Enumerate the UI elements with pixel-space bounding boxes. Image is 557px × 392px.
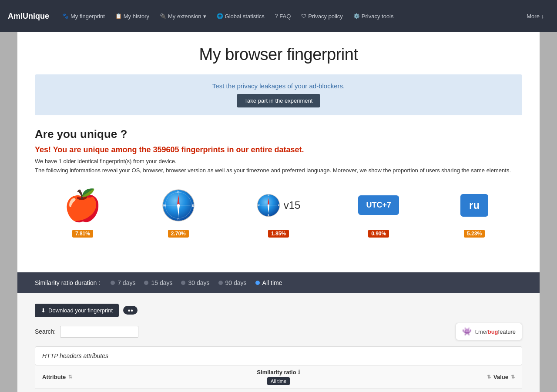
svg-text:N: N — [177, 190, 179, 193]
search-input[interactable] — [60, 326, 138, 338]
paw-icon: 🐾 — [62, 13, 69, 19]
search-label: Search: — [35, 328, 56, 335]
nav-item-fingerprint[interactable]: 🐾 My fingerprint — [57, 10, 110, 23]
svg-point-6 — [177, 204, 180, 207]
sim-label-alltime: All time — [262, 279, 282, 286]
navigation: AmIUnique 🐾 My fingerprint 📋 My history … — [0, 0, 557, 32]
nav-item-global-stats[interactable]: 🌐 Global statistics — [211, 10, 270, 23]
language-percentage-badge: 5.23% — [464, 230, 485, 238]
safari-browser-icon: N S W E — [161, 188, 196, 223]
sim-dot-15days — [144, 281, 148, 285]
safari-small-svg: N S W E — [257, 194, 280, 217]
svg-text:S: S — [177, 218, 179, 221]
similarity-options: 7 days 15 days 30 days 90 days All time — [111, 279, 282, 286]
nav-item-history[interactable]: 📋 My history — [110, 10, 154, 23]
uniqueness-section: Are you unique ? Yes! You are unique amo… — [35, 127, 522, 255]
language-icon-item: ru 5.23% — [457, 188, 492, 238]
col-similarity-header: Similarity ratio ℹ All time — [221, 369, 337, 385]
similarity-bar: Similarity ratio duration : 7 days 15 da… — [17, 272, 540, 293]
svg-text:W: W — [163, 204, 166, 207]
history-icon: 📋 — [115, 13, 122, 19]
dark-pill-indicator: ●● — [123, 306, 138, 315]
sim-label-7days: 7 days — [117, 279, 135, 286]
bugfeature-badge[interactable]: 👾 t.me/bugfeature — [456, 323, 522, 340]
sim-dot-alltime — [255, 281, 260, 285]
os-percentage-badge: 7.81% — [72, 230, 93, 238]
svg-point-16 — [268, 204, 269, 206]
nav-item-faq[interactable]: ? FAQ — [270, 10, 296, 23]
svg-text:N: N — [268, 194, 269, 197]
dropdown-arrow-icon: ▾ — [203, 13, 206, 20]
value-sort-icon-right[interactable]: ⇅ — [511, 374, 515, 380]
browser-version-percentage-badge: 1.85% — [268, 230, 289, 238]
take-part-button[interactable]: Take part in the experiment — [237, 94, 321, 107]
utc-label: UTC+7 — [358, 195, 399, 215]
attribute-sort-icon[interactable]: ⇅ — [68, 374, 72, 380]
similarity-duration-label: Similarity ratio duration : — [35, 279, 100, 286]
sim-label-90days: 90 days — [225, 279, 247, 286]
tm-feature: feature — [498, 328, 516, 335]
fingerprint-icons-row: 🍎 7.81% — [35, 184, 522, 246]
content-area: My browser fingerprint Test the privacy … — [17, 32, 540, 272]
download-icon: ⬇ — [41, 307, 46, 314]
identical-fingerprints-note: We have 1 older identical fingerprint(s)… — [35, 158, 522, 164]
all-time-badge: All time — [267, 377, 290, 385]
similarity-info-icon[interactable]: ℹ — [298, 369, 300, 375]
timezone-percentage-badge: 0.90% — [368, 230, 389, 238]
nav-more-button[interactable]: More ↓ — [521, 10, 549, 23]
main-container: My browser fingerprint Test the privacy … — [17, 32, 540, 392]
download-fingerprint-button[interactable]: ⬇ Download your fingerprint — [35, 304, 119, 317]
browser-icon-item: N S W E 2.70% — [161, 188, 196, 238]
timezone-icon-item: UTC+7 0.90% — [361, 188, 396, 238]
sim-dot-7days — [111, 281, 115, 285]
search-row: Search: 👾 t.me/bugfeature — [35, 326, 522, 338]
svg-text:E: E — [191, 204, 194, 207]
question-icon: ? — [275, 13, 278, 19]
sim-label-15days: 15 days — [151, 279, 172, 286]
fingerprint-description: The following informations reveal your O… — [35, 166, 522, 175]
language-badge-icon: ru — [457, 188, 492, 223]
extension-icon: 🔌 — [160, 13, 166, 19]
tm-domain: t.me/ — [475, 328, 488, 335]
browser-percentage-badge: 2.70% — [168, 230, 189, 238]
tm-bug: bug — [488, 328, 498, 335]
bugfeature-text: t.me/bugfeature — [475, 328, 516, 335]
apple-os-icon: 🍎 — [65, 188, 100, 223]
sim-option-90days[interactable]: 90 days — [218, 279, 247, 286]
nav-item-extension[interactable]: 🔌 My extension ▾ — [154, 10, 211, 23]
browser-version-icon-item: N S W E v15 1.85% — [257, 188, 301, 238]
safari-compass-svg: N S W E — [162, 189, 195, 222]
http-headers-title: HTTP headers attributes — [42, 352, 108, 359]
svg-text:W: W — [258, 204, 260, 207]
nav-item-privacy-policy[interactable]: 🛡 Privacy policy — [296, 10, 348, 23]
os-icon-item: 🍎 7.81% — [65, 188, 100, 238]
nav-items: 🐾 My fingerprint 📋 My history 🔌 My exten… — [57, 10, 521, 23]
nav-item-privacy-tools[interactable]: ⚙️ Privacy tools — [348, 10, 399, 23]
safari-version-icon: N S W E v15 — [257, 188, 301, 223]
value-sort-icon-left[interactable]: ⇅ — [487, 374, 491, 380]
shield-icon: 🛡 — [301, 13, 306, 19]
download-row: ⬇ Download your fingerprint ●● — [35, 304, 522, 317]
version-label: v15 — [284, 199, 301, 211]
apple-logo-icon: 🍎 — [64, 190, 101, 221]
http-headers-section: HTTP headers attributes — [35, 346, 522, 365]
sim-option-alltime[interactable]: All time — [255, 279, 282, 286]
banner-text: Test the privacy leakages of your ad-blo… — [44, 82, 513, 90]
col-value-header: ⇅ Value ⇅ — [341, 374, 515, 380]
gear-icon: ⚙️ — [353, 13, 360, 19]
globe-icon: 🌐 — [217, 13, 223, 19]
sim-option-30days[interactable]: 30 days — [181, 279, 209, 286]
sim-label-30days: 30 days — [188, 279, 209, 286]
bug-icon: 👾 — [462, 327, 472, 336]
sim-option-7days[interactable]: 7 days — [111, 279, 135, 286]
sim-dot-90days — [218, 281, 223, 285]
page-title: My browser fingerprint — [35, 45, 522, 64]
brand-logo[interactable]: AmIUnique — [8, 12, 49, 21]
sim-dot-30days — [181, 281, 185, 285]
col-attribute-header: Attribute ⇅ — [42, 374, 216, 380]
uniqueness-result: Yes! You are unique among the 359605 fin… — [35, 145, 522, 154]
lower-section: ⬇ Download your fingerprint ●● Search: 👾… — [17, 293, 540, 392]
timezone-badge-icon: UTC+7 — [361, 188, 396, 223]
sim-option-15days[interactable]: 15 days — [144, 279, 172, 286]
table-header-row: Attribute ⇅ Similarity ratio ℹ All time … — [35, 365, 522, 389]
